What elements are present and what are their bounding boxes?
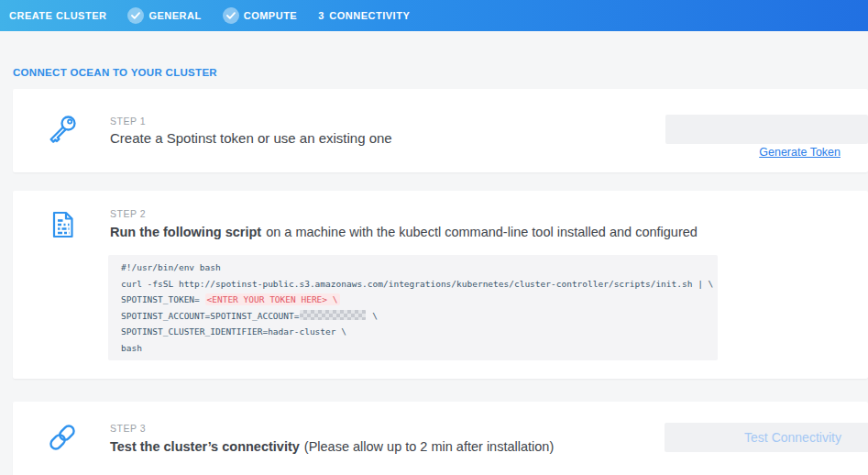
step-label: STEP 3 — [110, 423, 146, 434]
link-icon — [44, 419, 81, 456]
step2-card: STEP 2 Run the following scripton a mach… — [13, 191, 868, 379]
wizard-bar: CREATE CLUSTER GENERAL COMPUTE 3 CONNECT… — [0, 0, 868, 31]
step-label: STEP 1 — [110, 116, 146, 127]
wizard-step-number: 3 — [318, 10, 324, 21]
step-title-bold: Test the cluster’s connectivity — [110, 439, 300, 454]
wizard-step-general[interactable]: GENERAL — [127, 7, 201, 24]
check-circle-icon — [127, 7, 144, 24]
token-input[interactable] — [665, 115, 868, 144]
step-label: STEP 2 — [110, 208, 146, 219]
key-icon — [44, 112, 81, 149]
step1-card: STEP 1 Create a Spotinst token or use an… — [13, 89, 868, 172]
step-title-rest: (Please allow up to 2 min after installa… — [304, 439, 554, 454]
step-title: Test the cluster’s connectivity(Please a… — [110, 439, 554, 454]
wizard-step-connectivity[interactable]: 3 CONNECTIVITY — [318, 10, 410, 21]
script-line: #!/usr/bin/env bash curl -fsSL http://sp… — [121, 260, 705, 356]
wizard-title: CREATE CLUSTER — [9, 10, 106, 21]
step3-card: STEP 3 Test the cluster’s connectivity(P… — [13, 402, 868, 475]
wizard-step-compute[interactable]: COMPUTE — [223, 7, 298, 24]
step-title-bold: Run the following script — [110, 225, 261, 239]
step-title: Create a Spotinst token or use an existi… — [110, 130, 392, 146]
install-script-code-block: #!/usr/bin/env bash curl -fsSL http://sp… — [108, 255, 718, 360]
redacted-account-id — [300, 310, 366, 320]
check-icon — [226, 12, 236, 19]
page-title: CONNECT OCEAN TO YOUR CLUSTER — [13, 67, 217, 78]
wizard-step-label: COMPUTE — [244, 10, 298, 21]
step-title-rest: on a machine with the kubectl command-li… — [266, 225, 698, 239]
test-connectivity-button[interactable]: Test Connectivity — [665, 423, 868, 452]
token-placeholder-highlight: <ENTER YOUR TOKEN HERE> \ — [205, 293, 340, 305]
document-icon — [44, 206, 81, 243]
generate-token-link[interactable]: Generate Token — [759, 146, 841, 159]
check-circle-icon — [223, 7, 239, 24]
step-title: Run the following scripton a machine wit… — [110, 225, 698, 239]
check-icon — [131, 12, 140, 19]
wizard-step-label: GENERAL — [148, 10, 201, 21]
wizard-step-label: CONNECTIVITY — [329, 10, 410, 21]
